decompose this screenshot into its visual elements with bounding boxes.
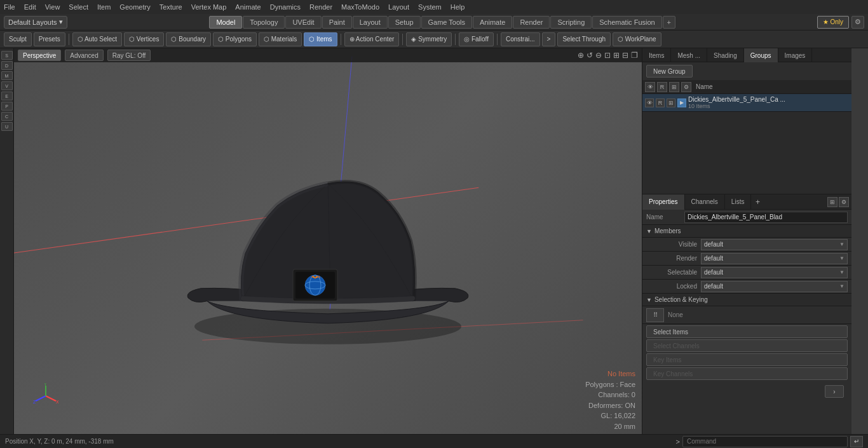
tab-schematic-fusion[interactable]: Schematic Fusion [592,16,661,29]
tab-lists[interactable]: Lists [725,194,752,210]
tab-game-tools[interactable]: Game Tools [421,16,473,29]
advanced-button[interactable]: Advanced [65,50,103,61]
select-items-button[interactable]: Select Items [646,325,848,338]
tab-items[interactable]: Items [642,48,671,62]
menu-view[interactable]: View [45,3,60,11]
tab-topology[interactable]: Topology [243,16,285,29]
viewport-icon-1[interactable]: ⊕ [578,51,584,60]
select-channels-button[interactable]: Select Channels [646,339,848,352]
sculpt-button[interactable]: Sculpt [4,32,32,46]
perspective-button[interactable]: Perspective [18,50,61,61]
keying-grid-icon[interactable]: ⠿ [646,308,664,322]
command-go-button[interactable]: ↵ [850,436,863,447]
presets-button[interactable]: Presets [34,32,65,46]
tab-layout[interactable]: Layout [353,16,388,29]
tab-scripting[interactable]: Scripting [550,16,592,29]
sidebar-tool-1[interactable]: S [1,51,13,60]
command-input[interactable] [682,436,848,447]
menu-render[interactable]: Render [309,3,332,11]
menu-maxtomodo[interactable]: MaxToModo [341,3,379,11]
tab-shading[interactable]: Shading [707,48,744,62]
falloff-button[interactable]: ◎ Falloff [459,32,494,46]
viewport-icon-5[interactable]: ⊞ [613,51,620,60]
members-section-header[interactable]: ▼ Members [642,225,851,238]
add-tab-button[interactable]: + [663,16,675,29]
gh-icon-1[interactable]: 👁 [645,82,655,92]
render-dropdown[interactable]: default ▼ [701,253,848,264]
locked-dropdown[interactable]: default ▼ [701,281,848,292]
new-group-button[interactable]: New Group [646,65,693,78]
auto-select-button[interactable]: ⬡ Auto Select [72,32,122,46]
menu-edit[interactable]: Edit [24,3,36,11]
tab-properties[interactable]: Properties [642,194,685,210]
select-through-button[interactable]: > [542,32,556,46]
gh-icon-3[interactable]: ⊞ [669,82,679,92]
gh-icon-4[interactable]: ⚙ [681,82,691,92]
constraints-button[interactable]: Constrai... [501,32,540,46]
menu-system[interactable]: System [418,3,442,11]
sidebar-tool-6[interactable]: P [1,102,13,111]
add-prop-tab-button[interactable]: + [751,194,764,210]
tab-images[interactable]: Images [778,48,813,62]
prop-expand-icon[interactable]: ⊞ [827,197,837,207]
menu-vertex-map[interactable]: Vertex Map [191,3,227,11]
group-item-icon[interactable]: ▶ [677,98,686,107]
group-expand-icon[interactable]: ⊞ [667,98,675,107]
menu-animate[interactable]: Animate [235,3,261,11]
viewport[interactable]: Perspective Advanced Ray GL: Off ⊕ ↺ ⊖ ⊡… [14,48,642,434]
tab-paint[interactable]: Paint [322,16,352,29]
sidebar-tool-3[interactable]: M [1,71,13,80]
menu-help[interactable]: Help [451,3,465,11]
tab-model[interactable]: Model [209,16,242,29]
menu-geometry[interactable]: Geometry [119,3,150,11]
sel-keying-section-header[interactable]: ▼ Selection & Keying [642,294,851,306]
name-input[interactable] [684,212,848,223]
menu-item[interactable]: Item [97,3,111,11]
select-through-label[interactable]: Select Through [557,32,611,46]
symmetry-button[interactable]: ◈ Symmetry [406,32,452,46]
key-items-button[interactable]: Key Items [646,353,848,366]
tab-channels[interactable]: Channels [685,194,725,210]
menu-select[interactable]: Select [69,3,88,11]
action-center-button[interactable]: ⊕ Action Center [344,32,400,46]
tab-animate[interactable]: Animate [473,16,512,29]
selectable-dropdown[interactable]: default ▼ [701,267,848,278]
workplane-button[interactable]: ⬡ WorkPlane [613,32,661,46]
sidebar-tool-7[interactable]: C [1,112,13,121]
viewport-icon-3[interactable]: ⊖ [595,51,602,60]
tab-mesh[interactable]: Mesh ... [671,48,707,62]
tab-groups[interactable]: Groups [744,48,778,62]
tab-uvedit[interactable]: UVEdit [285,16,321,29]
viewport-icon-4[interactable]: ⊡ [604,51,611,60]
group-eye-icon[interactable]: 👁 [645,98,654,107]
menu-layout[interactable]: Layout [388,3,409,11]
layout-dropdown[interactable]: Default Layouts ▾ [4,16,67,29]
materials-button[interactable]: ⬡ Materials [259,32,302,46]
tab-render[interactable]: Render [513,16,550,29]
gear-button[interactable]: ⚙ [851,16,864,29]
star-only-button[interactable]: ★ Only [817,16,849,29]
sidebar-tool-5[interactable]: E [1,92,13,100]
visible-dropdown[interactable]: default ▼ [701,239,848,250]
prop-settings-icon[interactable]: ⚙ [839,197,849,207]
viewport-icon-7[interactable]: ❐ [631,51,638,60]
viewport-icon-2[interactable]: ↺ [587,51,593,60]
sidebar-tool-8[interactable]: U [1,122,13,131]
ray-gl-button[interactable]: Ray GL: Off [107,50,151,61]
boundary-button[interactable]: ⬡ Boundary [166,32,211,46]
key-channels-button[interactable]: Key Channels [646,367,848,380]
sidebar-tool-2[interactable]: D [1,61,13,70]
expand-arrow-button[interactable]: › [825,385,844,398]
tab-setup[interactable]: Setup [388,16,421,29]
polygons-button[interactable]: ⬡ Polygons [213,32,257,46]
items-button[interactable]: ⬡ Items [304,32,337,46]
group-render-icon[interactable]: R [656,98,665,107]
group-list-item[interactable]: 👁 R ⊞ ▶ Dickies_Albertville_5_Panel_Ca .… [642,94,851,112]
sidebar-tool-4[interactable]: V [1,81,13,90]
gh-icon-2[interactable]: R [657,82,667,92]
vertices-button[interactable]: ⬡ Vertices [124,32,164,46]
menu-file[interactable]: File [4,3,15,11]
menu-dynamics[interactable]: Dynamics [270,3,301,11]
menu-texture[interactable]: Texture [159,3,182,11]
viewport-icon-6[interactable]: ⊟ [622,51,628,60]
